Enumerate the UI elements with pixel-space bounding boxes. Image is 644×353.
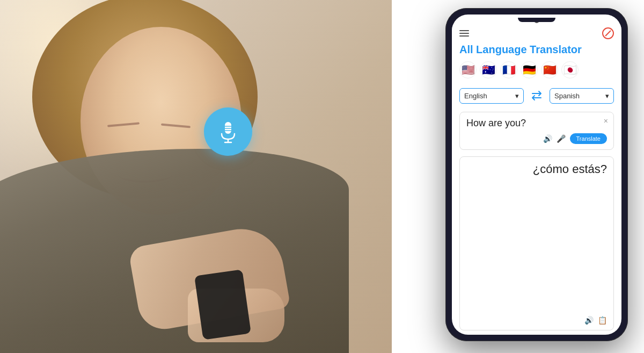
hamburger-line-1 [459,30,469,31]
no-ads-button[interactable] [602,27,614,39]
output-actions: 🔊 📋 [584,316,607,325]
swap-languages-button[interactable] [528,87,545,104]
output-text: ¿cómo estás? [466,162,607,176]
translate-button[interactable]: Translate [570,133,607,144]
source-chevron-icon: ▾ [515,92,519,100]
app-title-area: All Language Translator [452,44,621,61]
flag-fr[interactable]: 🇫🇷 [500,61,517,78]
input-text[interactable]: How are you? [466,118,607,129]
target-chevron-icon: ▾ [605,92,609,100]
phone-in-hand [194,269,251,340]
flag-row: 🇺🇸 🇦🇺 🇫🇷 🇩🇪 🇨🇳 🇯🇵 [452,61,621,84]
source-language-dropdown[interactable]: English ▾ [459,88,524,104]
flag-us[interactable]: 🇺🇸 [459,61,477,78]
source-language-label: English [464,92,487,100]
input-speaker-icon[interactable]: 🔊 [543,134,552,143]
flag-jp[interactable]: 🇯🇵 [561,61,579,78]
svg-rect-0 [225,122,231,134]
background-scene [0,0,392,353]
output-speaker-icon[interactable]: 🔊 [584,316,594,325]
mic-bubble[interactable] [204,107,252,156]
phone-screen: All Language Translator 🇺🇸 🇦🇺 🇫🇷 🇩🇪 🇨🇳 🇯… [452,15,621,335]
input-actions: 🔊 🎤 Translate [466,133,607,144]
hamburger-line-3 [459,35,469,37]
target-language-dropdown[interactable]: Spanish ▾ [550,88,614,104]
swap-icon [530,90,543,101]
app-header [452,25,621,44]
target-language-label: Spanish [554,92,580,100]
hamburger-menu[interactable] [459,30,469,37]
hamburger-line-2 [459,33,469,34]
input-mic-icon[interactable]: 🎤 [557,134,566,143]
flag-cn[interactable]: 🇨🇳 [541,61,558,78]
language-selector-bar: English ▾ Spanish ▾ [452,84,621,107]
app-title: All Language Translator [459,44,614,56]
mic-icon [215,119,241,145]
output-copy-icon[interactable]: 📋 [598,316,607,325]
flag-de[interactable]: 🇩🇪 [521,61,538,78]
flag-au[interactable]: 🇦🇺 [480,61,497,78]
output-text-box: ¿cómo estás? 🔊 📋 [459,156,614,330]
phone-mockup: All Language Translator 🇺🇸 🇦🇺 🇫🇷 🇩🇪 🇨🇳 🇯… [445,8,628,341]
input-text-box: How are you? × 🔊 🎤 Translate [459,112,614,150]
clear-input-button[interactable]: × [604,117,608,125]
phone-notch [518,18,555,22]
